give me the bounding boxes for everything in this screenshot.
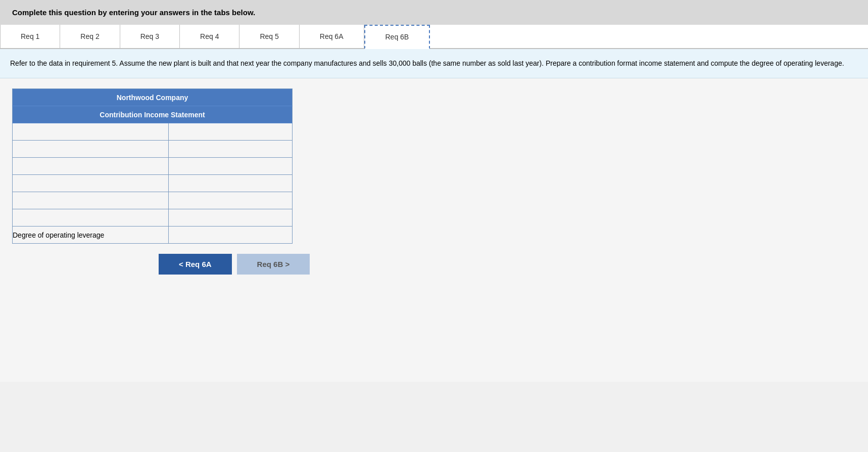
- tab-req2[interactable]: Req 2: [60, 25, 120, 48]
- spacer-row: [13, 209, 293, 227]
- company-name-header: Northwood Company: [13, 89, 293, 106]
- row3-value-input[interactable]: [169, 158, 292, 174]
- spacer-value-input[interactable]: [169, 209, 292, 226]
- row3-label-cell[interactable]: [13, 158, 169, 175]
- degree-value-input[interactable]: [169, 227, 292, 243]
- spacer-label-cell[interactable]: [13, 209, 169, 227]
- table-row: [13, 123, 293, 141]
- row1-value-input[interactable]: [169, 123, 292, 140]
- tab-req1[interactable]: Req 1: [0, 25, 60, 48]
- tab-req6b[interactable]: Req 6B: [364, 25, 430, 49]
- degree-label-cell: Degree of operating leverage: [13, 227, 169, 244]
- row2-label-cell[interactable]: [13, 141, 169, 158]
- instruction-text: Complete this question by entering your …: [12, 8, 255, 17]
- content-description: Refer to the data in requirement 5. Assu…: [0, 49, 868, 78]
- navigation-buttons: < Req 6A Req 6B >: [12, 254, 856, 275]
- row1-value-cell[interactable]: [169, 123, 293, 141]
- tab-req5[interactable]: Req 5: [239, 25, 299, 48]
- table-row: [13, 192, 293, 209]
- spacer-label-input[interactable]: [13, 209, 168, 226]
- row4-label-input[interactable]: [13, 175, 168, 192]
- row4-label-cell[interactable]: [13, 175, 169, 192]
- tab-req4[interactable]: Req 4: [180, 25, 239, 48]
- degree-of-operating-leverage-row: Degree of operating leverage: [13, 227, 293, 244]
- table-row: [13, 158, 293, 175]
- statement-title-header: Contribution Income Statement: [13, 106, 293, 123]
- row1-label-cell[interactable]: [13, 123, 169, 141]
- table-row: [13, 175, 293, 192]
- row4-value-input[interactable]: [169, 175, 292, 192]
- row4-value-cell[interactable]: [169, 175, 293, 192]
- row1-label-input[interactable]: [13, 123, 168, 140]
- tab-req6a[interactable]: Req 6A: [300, 25, 364, 48]
- degree-value-cell[interactable]: [169, 227, 293, 244]
- row2-label-input[interactable]: [13, 141, 168, 157]
- row5-label-input[interactable]: [13, 192, 168, 209]
- row5-label-cell[interactable]: [13, 192, 169, 209]
- prev-button[interactable]: < Req 6A: [159, 254, 232, 275]
- instruction-bar: Complete this question by entering your …: [0, 0, 868, 25]
- tab-req3[interactable]: Req 3: [120, 25, 180, 48]
- next-button[interactable]: Req 6B >: [237, 254, 310, 275]
- row5-value-cell[interactable]: [169, 192, 293, 209]
- spacer-value-cell[interactable]: [169, 209, 293, 227]
- row3-label-input[interactable]: [13, 158, 168, 174]
- row2-value-cell[interactable]: [169, 141, 293, 158]
- row2-value-input[interactable]: [169, 141, 292, 157]
- row5-value-input[interactable]: [169, 192, 292, 209]
- income-statement-table: Northwood Company Contribution Income St…: [12, 88, 293, 244]
- row3-value-cell[interactable]: [169, 158, 293, 175]
- main-content: Northwood Company Contribution Income St…: [0, 78, 868, 382]
- tabs-bar: Req 1 Req 2 Req 3 Req 4 Req 5 Req 6A Req…: [0, 25, 868, 49]
- table-row: [13, 141, 293, 158]
